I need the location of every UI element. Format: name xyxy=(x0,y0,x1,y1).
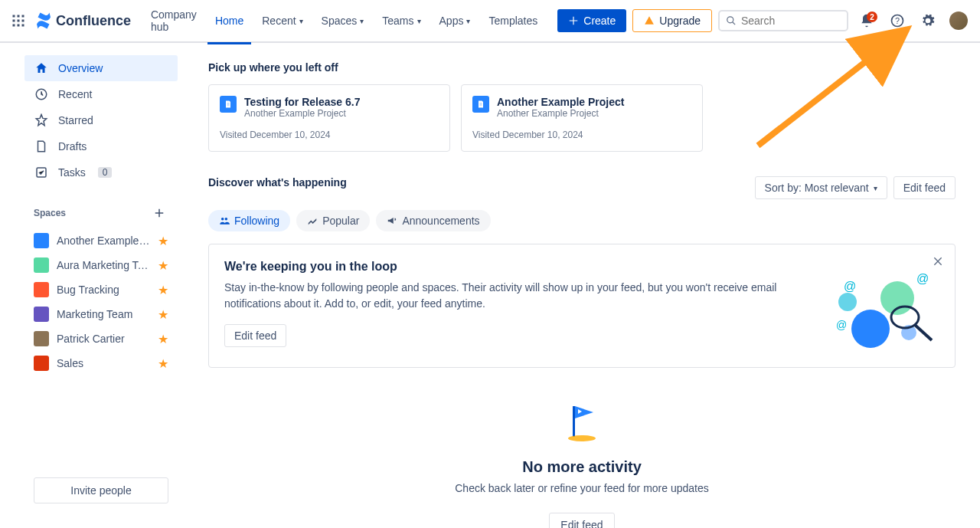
people-icon xyxy=(219,215,230,226)
info-title: We're keeping you in the loop xyxy=(224,260,809,274)
star-icon[interactable]: ★ xyxy=(158,258,168,273)
sidebar-tasks[interactable]: Tasks 0 xyxy=(24,159,178,185)
nav-recent[interactable]: Recent▾ xyxy=(254,10,310,31)
tab-popular[interactable]: Popular xyxy=(296,210,370,231)
add-space-button[interactable] xyxy=(150,204,168,222)
plus-icon xyxy=(152,206,166,220)
logo[interactable]: Confluence xyxy=(34,11,131,30)
card-subtitle: Another Example Project xyxy=(244,108,360,119)
star-icon[interactable]: ★ xyxy=(158,356,168,371)
edit-feed-button[interactable]: Edit feed xyxy=(893,176,956,199)
gear-icon xyxy=(920,13,936,28)
recent-card[interactable]: Another Example Project Another Example … xyxy=(461,84,703,152)
notifications-button[interactable]: 2 xyxy=(854,8,879,33)
nav-templates[interactable]: Templates xyxy=(481,10,545,31)
space-name: Marketing Team xyxy=(57,308,150,320)
space-name: Aura Marketing Team xyxy=(57,259,150,271)
nav-spaces[interactable]: Spaces▾ xyxy=(314,10,372,31)
svg-text:@: @ xyxy=(844,280,856,293)
settings-button[interactable] xyxy=(916,8,940,33)
svg-rect-2 xyxy=(22,15,24,18)
sidebar: Overview Recent Starred Drafts Tasks 0 S… xyxy=(0,43,184,528)
tab-announcements[interactable]: Announcements xyxy=(376,210,490,231)
star-icon[interactable]: ★ xyxy=(158,332,168,346)
task-icon xyxy=(34,165,49,180)
sidebar-overview[interactable]: Overview xyxy=(24,55,178,81)
svg-text:?: ? xyxy=(895,16,900,25)
space-item[interactable]: Marketing Team ★ xyxy=(34,302,168,326)
svg-point-27 xyxy=(568,435,596,441)
space-icon xyxy=(34,331,49,346)
header-right: Upgrade 2 ? xyxy=(632,8,971,33)
space-icon xyxy=(34,356,49,371)
chevron-down-icon: ▾ xyxy=(417,17,421,25)
pickup-title: Pick up where you left off xyxy=(208,61,956,74)
sort-button[interactable]: Sort by: Most relevant ▾ xyxy=(755,176,887,199)
chevron-down-icon: ▾ xyxy=(299,17,303,25)
space-name: Another Example Proj... xyxy=(57,234,150,247)
empty-state: No more activity Check back later or ref… xyxy=(208,398,956,528)
help-button[interactable]: ? xyxy=(885,8,910,33)
megaphone-icon xyxy=(387,215,397,226)
svg-text:@: @ xyxy=(836,319,847,331)
space-name: Patrick Cartier xyxy=(57,333,150,345)
chart-icon xyxy=(307,215,318,226)
search-input[interactable] xyxy=(741,15,841,27)
clock-icon xyxy=(34,87,49,102)
main-nav: Company hub Home Recent▾ Spaces▾ Teams▾ … xyxy=(143,4,626,38)
nav-home[interactable]: Home xyxy=(207,10,251,31)
task-count-badge: 0 xyxy=(98,167,113,178)
svg-point-16 xyxy=(225,218,228,221)
space-item[interactable]: Sales ★ xyxy=(34,351,168,376)
star-icon[interactable]: ★ xyxy=(158,307,168,322)
empty-edit-feed-button[interactable]: Edit feed xyxy=(549,513,614,528)
home-icon xyxy=(34,61,49,76)
space-item[interactable]: Bug Tracking ★ xyxy=(34,277,168,302)
svg-rect-3 xyxy=(13,20,15,22)
star-icon[interactable]: ★ xyxy=(158,283,168,297)
logo-text: Confluence xyxy=(56,13,131,29)
nav-company-hub[interactable]: Company hub xyxy=(143,4,204,38)
info-edit-feed-button[interactable]: Edit feed xyxy=(224,324,286,347)
space-icon xyxy=(34,257,49,273)
info-desc: Stay in-the-know by following people and… xyxy=(224,280,809,312)
space-name: Sales xyxy=(57,357,150,369)
sidebar-drafts[interactable]: Drafts xyxy=(24,133,178,159)
svg-line-10 xyxy=(733,22,735,25)
discover-title: Discover what's happening xyxy=(208,176,347,189)
create-button[interactable]: Create xyxy=(557,9,626,32)
space-icon xyxy=(34,307,49,322)
app-switcher[interactable] xyxy=(9,8,28,33)
star-icon[interactable]: ★ xyxy=(158,234,168,248)
top-nav: Confluence Company hub Home Recent▾ Spac… xyxy=(0,0,980,43)
recent-card[interactable]: Testing for Release 6.7 Another Example … xyxy=(208,84,450,152)
card-title: Another Example Project xyxy=(497,96,625,108)
empty-title: No more activity xyxy=(208,458,956,476)
loop-illustration: @ @ @ xyxy=(825,260,939,352)
space-icon xyxy=(34,233,49,248)
space-item[interactable]: Another Example Proj... ★ xyxy=(34,228,168,253)
close-info-button[interactable] xyxy=(932,255,944,271)
nav-teams[interactable]: Teams▾ xyxy=(374,10,428,31)
chevron-down-icon: ▾ xyxy=(874,184,877,192)
svg-rect-8 xyxy=(22,25,24,27)
help-icon: ? xyxy=(890,13,905,28)
sidebar-starred[interactable]: Starred xyxy=(24,107,178,133)
chevron-down-icon: ▾ xyxy=(360,17,364,25)
invite-people-button[interactable]: Invite people xyxy=(34,477,168,503)
sidebar-recent[interactable]: Recent xyxy=(24,81,178,107)
svg-line-25 xyxy=(915,325,932,340)
upgrade-button[interactable]: Upgrade xyxy=(632,9,712,32)
svg-rect-6 xyxy=(13,25,15,27)
tab-following[interactable]: Following xyxy=(208,210,290,231)
nav-apps[interactable]: Apps▾ xyxy=(432,10,479,31)
card-meta: Visited December 10, 2024 xyxy=(220,130,439,140)
warning-icon xyxy=(644,15,655,26)
space-name: Bug Tracking xyxy=(57,284,150,296)
svg-rect-0 xyxy=(13,15,15,18)
space-item[interactable]: Aura Marketing Team ★ xyxy=(34,253,168,277)
spaces-label: Spaces xyxy=(34,208,66,218)
profile-button[interactable] xyxy=(946,8,971,33)
space-item[interactable]: Patrick Cartier ★ xyxy=(34,326,168,351)
search-box[interactable] xyxy=(718,10,848,31)
